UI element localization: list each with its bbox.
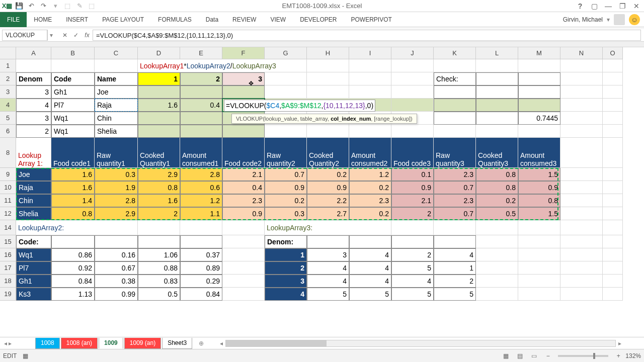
cell[interactable]: Cooked Quantity3	[476, 138, 518, 168]
cell[interactable]: 0.8	[518, 194, 560, 207]
cell[interactable]: 0.9	[265, 181, 307, 194]
cell[interactable]: Wq1	[16, 248, 51, 261]
cell[interactable]: Shelia	[95, 125, 138, 138]
user-area[interactable]: Girvin, Michael ▾ ☺	[563, 14, 640, 25]
row-header[interactable]: 4	[0, 99, 16, 112]
cell[interactable]: Cooked Quantity1	[138, 138, 180, 168]
cell[interactable]: 0.99	[95, 288, 138, 301]
redo-icon[interactable]: ↷	[38, 1, 48, 11]
cell[interactable]: 2.1	[391, 194, 434, 207]
ribbon-options-icon[interactable]: ▢	[589, 1, 600, 11]
cell[interactable]: 1.9	[95, 181, 138, 194]
cell[interactable]: 2	[391, 207, 434, 220]
cell[interactable]: Denom	[16, 72, 51, 85]
cell[interactable]: 0.1	[391, 168, 434, 181]
sheet-tab[interactable]: 1008 (an)	[61, 338, 98, 349]
cell[interactable]: 0.9	[518, 181, 560, 194]
row-header[interactable]: 2	[0, 72, 16, 85]
row-header[interactable]: 3	[0, 85, 16, 99]
cell[interactable]: 0.2	[349, 181, 391, 194]
col-header[interactable]: A	[16, 47, 51, 59]
cell[interactable]: 0.38	[95, 275, 138, 288]
cell[interactable]: 0.89	[180, 261, 222, 275]
qat-icon[interactable]: ⬚	[87, 1, 97, 11]
cell[interactable]: 1.2	[180, 194, 222, 207]
cell[interactable]: Pl7	[16, 261, 51, 275]
cell[interactable]: Food code2	[222, 138, 265, 168]
cell[interactable]: 2	[138, 207, 180, 220]
tab-view[interactable]: VIEW	[263, 12, 293, 27]
cell[interactable]: Food code1	[51, 138, 95, 168]
col-header[interactable]: G	[265, 47, 307, 59]
cell[interactable]: 1.5	[518, 207, 560, 220]
cell[interactable]: Joe	[95, 85, 138, 99]
cell[interactable]: 2.3	[222, 194, 265, 207]
cell[interactable]: 0.8	[476, 168, 518, 181]
cell[interactable]: 4	[265, 288, 307, 301]
qat-icon[interactable]: ⬚	[62, 1, 72, 11]
tab-formulas[interactable]: FORMULAS	[151, 12, 199, 27]
cell[interactable]: 0.29	[180, 275, 222, 288]
formula-bar[interactable]: =VLOOKUP($C4,$A$9:$M$12,{10,11,12,13},0)	[93, 30, 641, 41]
cell[interactable]: 0.5	[138, 288, 180, 301]
cell[interactable]: 0.92	[51, 261, 95, 275]
cell[interactable]: 1.2	[349, 168, 391, 181]
cell[interactable]: 4	[16, 99, 51, 112]
cell[interactable]: 0.37	[180, 248, 222, 261]
cancel-icon[interactable]: ✕	[59, 32, 70, 39]
sheet-nav[interactable]: ◂ ▸	[0, 340, 35, 347]
cell[interactable]: 0.3	[265, 207, 307, 220]
cell[interactable]: Raja	[95, 99, 138, 112]
row-header[interactable]: 11	[0, 194, 16, 207]
col-header[interactable]: N	[560, 47, 603, 59]
cell[interactable]: 2.2	[307, 194, 349, 207]
row-header[interactable]: 8	[0, 138, 16, 168]
row-header[interactable]: 14	[0, 220, 16, 235]
cell[interactable]: 2	[434, 275, 476, 288]
cell[interactable]: Name	[95, 72, 138, 85]
cell[interactable]: 4	[349, 261, 391, 275]
cell[interactable]: 5	[391, 288, 434, 301]
tab-data[interactable]: Data	[199, 12, 225, 27]
cell[interactable]: 4	[307, 261, 349, 275]
cell[interactable]: Amount consumed2	[349, 138, 391, 168]
cell[interactable]: 0.4	[180, 99, 222, 112]
qat-icon[interactable]: ✎	[74, 1, 85, 11]
cell[interactable]: Chin	[16, 194, 51, 207]
cell[interactable]: 0.16	[95, 248, 138, 261]
cell[interactable]: LookupArray3:	[265, 220, 349, 235]
qat-more-icon[interactable]: ▾	[50, 1, 60, 11]
undo-icon[interactable]: ↶	[26, 1, 36, 11]
cell-edit-overlay[interactable]: =VLOOKUP($C4,$A$9:$M$12,{10,11,12,13},0)	[224, 100, 375, 112]
cell[interactable]: 4	[307, 275, 349, 288]
cell[interactable]: 0.9	[307, 181, 349, 194]
cell[interactable]: Shelia	[16, 207, 51, 220]
row-header[interactable]: 10	[0, 181, 16, 194]
cell[interactable]: Raw quantity2	[265, 138, 307, 168]
macro-icon[interactable]: ▦	[23, 352, 28, 359]
sheet-tab-active[interactable]: 1009	[99, 338, 123, 349]
sheet-tab[interactable]: 1009 (an)	[124, 338, 161, 349]
cell[interactable]: 0.8	[476, 181, 518, 194]
cell[interactable]: 5	[307, 288, 349, 301]
cell[interactable]: 0.84	[180, 288, 222, 301]
tab-home[interactable]: HOME	[27, 12, 59, 27]
cell[interactable]: Chin	[95, 112, 138, 125]
cell[interactable]: 5	[391, 261, 434, 275]
tab-powerpivot[interactable]: POWERPIVOT	[344, 12, 398, 27]
cell[interactable]: 4	[391, 275, 434, 288]
cell[interactable]: Pl7	[51, 99, 95, 112]
close-icon[interactable]: ✕	[631, 1, 642, 11]
cell[interactable]: Gh1	[51, 85, 95, 99]
cell[interactable]: 4	[434, 248, 476, 261]
cell[interactable]: 0.3	[95, 168, 138, 181]
cell[interactable]: 2.1	[222, 168, 265, 181]
cell[interactable]: 2.3	[349, 194, 391, 207]
cell[interactable]: 0.8	[51, 207, 95, 220]
horizontal-scrollbar[interactable]: ◂▸	[217, 339, 624, 347]
cell[interactable]: 1	[138, 72, 180, 85]
cell[interactable]: Denom:	[265, 235, 307, 248]
cell[interactable]: Ks3	[16, 288, 51, 301]
col-header[interactable]: H	[307, 47, 349, 59]
cell[interactable]: 0.9	[222, 207, 265, 220]
